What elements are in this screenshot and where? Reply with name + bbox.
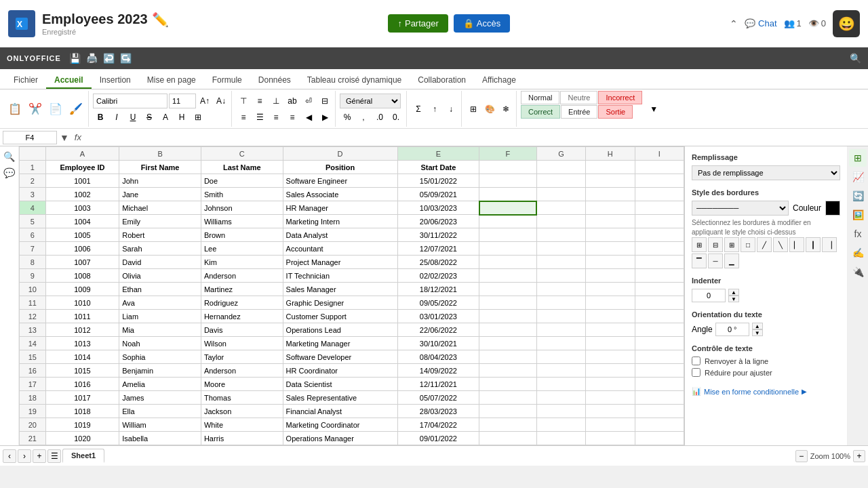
- header-position[interactable]: Position: [283, 161, 397, 174]
- cell-7-c[interactable]: Lee: [201, 242, 283, 256]
- tab-tableau[interactable]: Tableau croisé dynamique: [299, 73, 410, 89]
- align-middle[interactable]: ≡: [252, 94, 267, 108]
- col-header-a[interactable]: A: [45, 147, 119, 161]
- formula-input[interactable]: [87, 133, 865, 142]
- cell-14-e[interactable]: 30/10/2021: [397, 337, 479, 350]
- border-top[interactable]: ▔: [692, 253, 707, 268]
- chat-button[interactable]: 💬 Chat: [745, 18, 776, 28]
- cell-11-e[interactable]: 09/05/2022: [397, 296, 479, 310]
- number-format-select[interactable]: Général Nombre Monétaire Date: [340, 94, 401, 108]
- fill-btn[interactable]: 🎨: [482, 102, 497, 117]
- partager-button[interactable]: ↑ Partager: [388, 14, 448, 33]
- percent-button[interactable]: %: [340, 110, 355, 125]
- cell-17-d[interactable]: Data Scientist: [283, 378, 397, 391]
- border-inside-h[interactable]: ⊟: [708, 237, 723, 252]
- image-icon[interactable]: 🖼️: [849, 206, 867, 224]
- cell-21-c[interactable]: Harris: [201, 432, 283, 445]
- comment-sidebar-icon[interactable]: 💬: [2, 165, 17, 180]
- cell-5-h[interactable]: [586, 215, 635, 228]
- edit-icon[interactable]: ✏️: [152, 12, 169, 28]
- merge-cells[interactable]: ⊟: [317, 94, 332, 108]
- cell-8-i[interactable]: [635, 256, 684, 269]
- cell-6-d[interactable]: Data Analyst: [283, 228, 397, 242]
- cell-21-i[interactable]: [635, 432, 684, 445]
- cell-4-c[interactable]: Johnson: [201, 201, 283, 215]
- cell-3-c[interactable]: Smith: [201, 188, 283, 201]
- cell-12-c[interactable]: Hernandez: [201, 310, 283, 323]
- cell-15-i[interactable]: [635, 350, 684, 364]
- cell-11-g[interactable]: [536, 296, 585, 310]
- cell-6-b[interactable]: Robert: [119, 228, 201, 242]
- cell-15-a[interactable]: 1014: [45, 350, 119, 364]
- cell-6-c[interactable]: Brown: [201, 228, 283, 242]
- border-inside-v[interactable]: ⊞: [724, 237, 739, 252]
- cell-17-c[interactable]: Moore: [201, 378, 283, 391]
- borders-button[interactable]: ⊞: [191, 110, 205, 125]
- style-sortie-button[interactable]: Sortie: [598, 105, 633, 119]
- cell-19-h[interactable]: [586, 405, 635, 418]
- cell-14-h[interactable]: [586, 337, 635, 350]
- wrap-text-checkbox[interactable]: [692, 357, 701, 365]
- align-top[interactable]: ⊤: [236, 94, 251, 108]
- cell-15-b[interactable]: Sophia: [119, 350, 201, 364]
- cell-17-e[interactable]: 12/11/2021: [397, 378, 479, 391]
- cell-3-e[interactable]: 05/09/2021: [397, 188, 479, 201]
- spreadsheet-scroll[interactable]: A B C D E F G H I 1 Employee ID First Na…: [19, 146, 684, 445]
- tab-affichage[interactable]: Affichage: [474, 73, 524, 89]
- sort-desc[interactable]: ↓: [443, 102, 458, 117]
- indent-up[interactable]: ▲: [728, 289, 739, 296]
- sheet-menu-button[interactable]: ☰: [47, 449, 61, 463]
- increase-decimal[interactable]: 0.: [389, 110, 403, 125]
- cell-14-b[interactable]: Noah: [119, 337, 201, 350]
- cell-5-b[interactable]: Emily: [119, 215, 201, 228]
- collapse-button[interactable]: ⌃: [730, 18, 738, 29]
- user-avatar[interactable]: 😀: [833, 10, 860, 37]
- cell-12-a[interactable]: 1011: [45, 310, 119, 323]
- scroll-right-button[interactable]: ›: [18, 449, 31, 463]
- cell-2-b[interactable]: John: [119, 174, 201, 188]
- cell-7-a[interactable]: 1006: [45, 242, 119, 256]
- font-size-increase[interactable]: A↑: [197, 94, 212, 108]
- align-bottom[interactable]: ⊥: [269, 94, 283, 108]
- cell-20-f[interactable]: [479, 418, 536, 432]
- zoom-out-button[interactable]: −: [795, 450, 808, 462]
- header-h[interactable]: [586, 161, 635, 174]
- cell-9-i[interactable]: [635, 269, 684, 283]
- add-sheet-button[interactable]: +: [33, 449, 46, 463]
- comma-button[interactable]: ,: [356, 110, 371, 125]
- header-start-date[interactable]: Start Date: [397, 161, 479, 174]
- sort-asc[interactable]: ↑: [427, 102, 442, 117]
- cell-2-i[interactable]: [635, 174, 684, 188]
- underline-button[interactable]: U: [125, 110, 140, 125]
- indent-more[interactable]: ▶: [317, 110, 332, 125]
- border-color-picker[interactable]: [825, 201, 840, 216]
- cell-10-a[interactable]: 1009: [45, 283, 119, 296]
- cell-19-i[interactable]: [635, 405, 684, 418]
- format-painter-button[interactable]: 🖌️: [66, 94, 85, 124]
- tab-formule[interactable]: Formule: [204, 73, 250, 89]
- cell-21-h[interactable]: [586, 432, 635, 445]
- cell-20-c[interactable]: White: [201, 418, 283, 432]
- cell-4-f[interactable]: [479, 201, 536, 215]
- cell-16-f[interactable]: [479, 364, 536, 378]
- cell-18-a[interactable]: 1017: [45, 391, 119, 405]
- redo-icon[interactable]: ↪️: [120, 53, 132, 64]
- fill-select[interactable]: Pas de remplissage: [692, 165, 840, 180]
- cell-5-f[interactable]: [479, 215, 536, 228]
- cell-2-a[interactable]: 1001: [45, 174, 119, 188]
- cell-19-a[interactable]: 1018: [45, 405, 119, 418]
- cell-2-d[interactable]: Software Engineer: [283, 174, 397, 188]
- cell-11-f[interactable]: [479, 296, 536, 310]
- cell-15-d[interactable]: Software Developer: [283, 350, 397, 364]
- cell-18-f[interactable]: [479, 391, 536, 405]
- copy-button[interactable]: 📄: [46, 94, 65, 124]
- cell-2-g[interactable]: [536, 174, 585, 188]
- cell-10-e[interactable]: 18/12/2021: [397, 283, 479, 296]
- cell-17-f[interactable]: [479, 378, 536, 391]
- formula-expand-icon[interactable]: ▼: [60, 132, 69, 143]
- save-icon[interactable]: 💾: [69, 53, 81, 64]
- cell-3-i[interactable]: [635, 188, 684, 201]
- cell-10-c[interactable]: Martinez: [201, 283, 283, 296]
- header-f[interactable]: [479, 161, 536, 174]
- shrink-label[interactable]: Réduire pour ajuster: [705, 369, 772, 377]
